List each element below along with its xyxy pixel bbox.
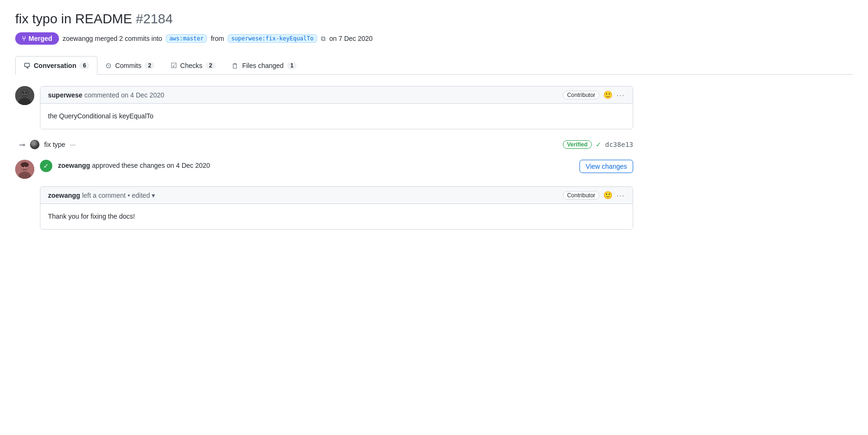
approval-text: zoewangg approved these changes on 4 Dec… bbox=[58, 160, 210, 169]
emoji-button-1[interactable]: 🙂 bbox=[603, 90, 613, 99]
tab-checks-count: 2 bbox=[206, 62, 216, 69]
tab-checks[interactable]: ☑ Checks 2 bbox=[163, 56, 223, 75]
comment-author-2[interactable]: zoewangg bbox=[48, 192, 80, 199]
svg-point-4 bbox=[22, 92, 24, 94]
tab-commits-label: Commits bbox=[115, 62, 141, 69]
comment-box-1: superwese commented on 4 Dec 2020 Contri… bbox=[40, 86, 633, 129]
files-changed-icon: 🗒 bbox=[231, 62, 239, 70]
pr-number: #2184 bbox=[136, 11, 173, 26]
tab-conversation[interactable]: 🗨 Conversation 6 bbox=[15, 56, 97, 75]
tab-commits[interactable]: ⊙ Commits 2 bbox=[97, 56, 163, 75]
merged-badge: ⑂ Merged bbox=[15, 32, 59, 45]
pr-meta: ⑂ Merged zoewangg merged 2 commits into … bbox=[15, 32, 853, 45]
second-comment-edited: • edited bbox=[128, 192, 150, 199]
pr-date: on 7 Dec 2020 bbox=[329, 35, 373, 42]
approval-action: approved these changes on bbox=[92, 162, 174, 169]
tab-commits-count: 2 bbox=[145, 62, 154, 69]
more-options-2[interactable]: ··· bbox=[617, 192, 625, 199]
merge-icon: ⑂ bbox=[22, 35, 26, 42]
comment-action-1: commented on bbox=[84, 91, 128, 99]
commit-right: Verified ✓ dc38e13 bbox=[563, 140, 633, 149]
comment-header-left-1: superwese commented on 4 Dec 2020 bbox=[48, 91, 164, 99]
second-comment-action: left a comment bbox=[82, 192, 126, 199]
pr-description: zoewangg merged 2 commits into bbox=[63, 35, 162, 42]
approval-check-icon: ✓ bbox=[40, 160, 52, 172]
tab-files-label: Files changed bbox=[242, 62, 283, 69]
contributor-badge-1: Contributor bbox=[563, 91, 599, 99]
contributor-badge-2: Contributor bbox=[563, 191, 599, 200]
commit-hash[interactable]: dc38e13 bbox=[605, 141, 633, 148]
comment-author-1[interactable]: superwese bbox=[48, 91, 82, 99]
approval-row: ✓ zoewangg approved these changes on 4 D… bbox=[15, 160, 633, 179]
commits-icon: ⊙ bbox=[106, 61, 112, 70]
approval-author[interactable]: zoewangg bbox=[58, 162, 90, 169]
verified-badge: Verified bbox=[563, 140, 592, 149]
commit-message[interactable]: fix type bbox=[44, 141, 65, 148]
check-icon: ✓ bbox=[596, 141, 601, 148]
comment-text-2: Thank you for fixing the docs! bbox=[48, 213, 135, 220]
commit-avatar bbox=[30, 140, 39, 149]
page-title: fix typo in README #2184 bbox=[15, 11, 853, 27]
comment-thread-1: superwese commented on 4 Dec 2020 Contri… bbox=[15, 86, 633, 129]
title-text: fix typo in README bbox=[15, 11, 132, 26]
approval-date: 4 Dec 2020 bbox=[176, 162, 210, 169]
tab-conversation-label: Conversation bbox=[34, 62, 76, 69]
comment-header-1: superwese commented on 4 Dec 2020 Contri… bbox=[40, 87, 633, 104]
commit-graph-icon: ⊸ bbox=[19, 140, 25, 149]
comment-header-right-1: Contributor 🙂 ··· bbox=[563, 90, 625, 99]
more-options-1[interactable]: ··· bbox=[617, 91, 625, 99]
checks-icon: ☑ bbox=[171, 61, 177, 70]
tab-conversation-count: 6 bbox=[79, 62, 89, 69]
commit-more-button[interactable]: ··· bbox=[70, 141, 76, 148]
from-text: from bbox=[211, 35, 224, 42]
comment-header-left-2: zoewangg left a comment • edited ▾ bbox=[48, 192, 155, 199]
avatar-zoewangg bbox=[15, 160, 34, 179]
source-branch[interactable]: superwese:fix-keyEqualTo bbox=[228, 34, 317, 43]
comment-header-2: zoewangg left a comment • edited ▾ Contr… bbox=[40, 187, 633, 204]
target-branch[interactable]: aws:master bbox=[166, 34, 207, 43]
comment-thread-2: zoewangg left a comment • edited ▾ Contr… bbox=[40, 186, 633, 230]
commit-row: ⊸ fix type ··· Verified ✓ dc38e13 bbox=[19, 137, 633, 152]
merged-label: Merged bbox=[29, 35, 52, 42]
comment-body-1: the QueryConditional is keyEqualTo bbox=[40, 104, 633, 129]
comment-box-2: zoewangg left a comment • edited ▾ Contr… bbox=[40, 186, 633, 230]
edited-dropdown-icon[interactable]: ▾ bbox=[152, 192, 155, 199]
view-changes-button[interactable]: View changes bbox=[579, 160, 633, 173]
content-area: superwese commented on 4 Dec 2020 Contri… bbox=[15, 86, 633, 230]
copy-icon[interactable]: ⧉ bbox=[321, 35, 326, 43]
comment-text-1: the QueryConditional is keyEqualTo bbox=[48, 112, 154, 120]
tab-files-changed[interactable]: 🗒 Files changed 1 bbox=[223, 56, 305, 75]
svg-point-5 bbox=[25, 92, 27, 94]
comment-header-right-2: Contributor 🙂 ··· bbox=[563, 191, 625, 200]
tabs-bar: 🗨 Conversation 6 ⊙ Commits 2 ☑ Checks 2 … bbox=[15, 56, 853, 75]
emoji-button-2[interactable]: 🙂 bbox=[603, 191, 613, 200]
tab-files-count: 1 bbox=[287, 62, 297, 69]
tab-checks-label: Checks bbox=[180, 62, 203, 69]
comment-body-2: Thank you for fixing the docs! bbox=[40, 204, 633, 229]
conversation-icon: 🗨 bbox=[23, 62, 30, 70]
comment-date-1: 4 Dec 2020 bbox=[130, 91, 164, 99]
avatar-superwese bbox=[15, 86, 34, 105]
